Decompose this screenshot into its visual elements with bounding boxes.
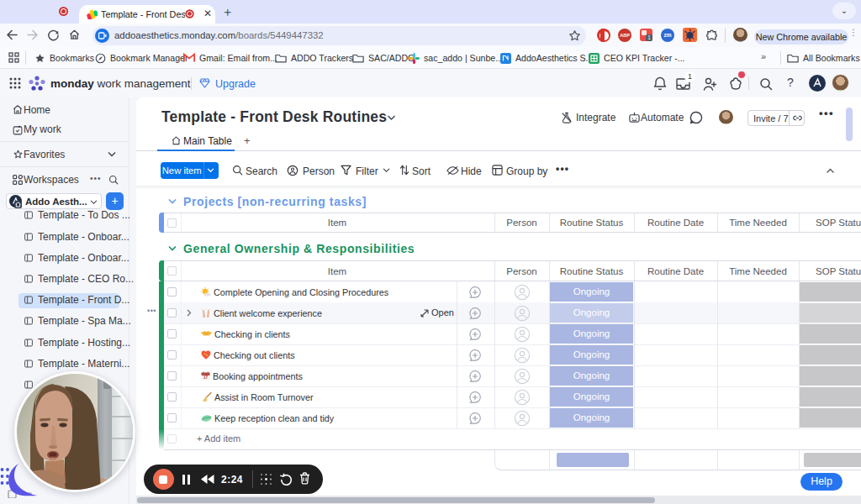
svg-text:17: 17 xyxy=(203,375,209,380)
